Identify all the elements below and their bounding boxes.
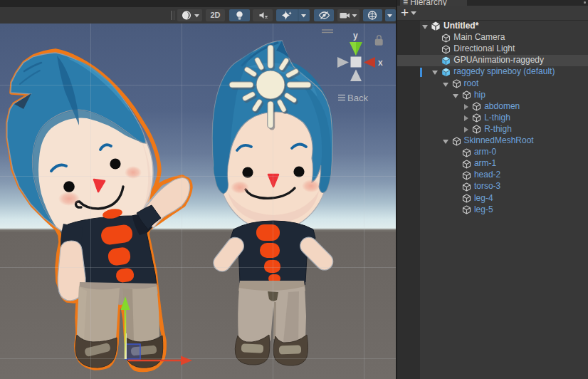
- svg-text:x: x: [378, 58, 383, 68]
- svg-text:y: y: [353, 31, 358, 41]
- svg-text:Back: Back: [347, 93, 368, 103]
